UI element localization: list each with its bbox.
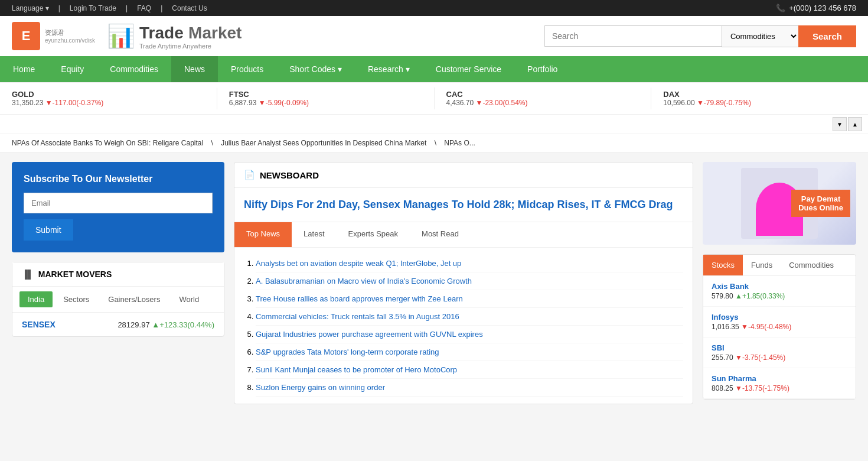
- news-link[interactable]: Suzlon Energy gains on winning order: [256, 383, 385, 392]
- ticker-dax: DAX 10,596.00 ▼-79.89(-0.75%): [651, 87, 868, 109]
- ticker-ftsc: FTSC 6,887.93 ▼-5.99(-0.09%): [217, 87, 435, 109]
- search-button[interactable]: Search: [798, 25, 856, 47]
- phone-display: 📞 +(000) 123 456 678: [776, 4, 856, 12]
- brand-area: 📊 Trade Market Trade Anytime Anywhere: [107, 22, 242, 50]
- news-list-item: Gujarat Industries power purchase agreem…: [256, 326, 683, 343]
- stock-name[interactable]: Axis Bank: [712, 282, 847, 291]
- stock-values: 1,016.35 ▼-4.95(-0.48%): [712, 323, 847, 331]
- news-list-item: Sunil Kant Munjal ceases to be promoter …: [256, 361, 683, 379]
- brand-name: Trade Market: [139, 22, 242, 43]
- header: E 资源君 eyunzhu.com/vdisk 📊 Trade Market T…: [0, 16, 868, 56]
- news-list-item: Analysts bet on aviation despite weak Q1…: [256, 255, 683, 272]
- news-list-item: Suzlon Energy gains on winning order: [256, 379, 683, 397]
- left-sidebar: Subscribe To Our Newsletter Submit ▐▌ MA…: [12, 162, 224, 414]
- top-bar: Language ▾ | Login To Trade | FAQ | Cont…: [0, 0, 868, 16]
- tab-stocks[interactable]: Stocks: [703, 255, 743, 275]
- mover-tab-india[interactable]: India: [19, 291, 53, 307]
- news-list-item: Tree House rallies as board approves mer…: [256, 290, 683, 308]
- logo-text: 资源君: [45, 28, 95, 37]
- document-icon: 📄: [244, 170, 255, 180]
- stock-item: Infosys 1,016.35 ▼-4.95(-0.48%): [703, 307, 856, 337]
- tab-top-news[interactable]: Top News: [234, 222, 292, 247]
- tab-most-read[interactable]: Most Read: [410, 222, 471, 247]
- news-ticker: NPAs Of Associate Banks To Weigh On SBI:…: [0, 134, 868, 152]
- nav-item-home[interactable]: Home: [0, 56, 48, 82]
- brand-icon: 📊: [107, 23, 135, 49]
- email-input[interactable]: [24, 193, 213, 213]
- nav-item-news[interactable]: News: [171, 56, 218, 82]
- banner-ad: Pay Demat Dues Online: [703, 162, 856, 245]
- stocks-tabs: Stocks Funds Commodities: [703, 255, 856, 276]
- search-area: Commodities Equity News Search: [253, 25, 856, 47]
- stock-values: 579.80 ▲+1.85(0.33%): [712, 292, 847, 300]
- stock-item: Axis Bank 579.80 ▲+1.85(0.33%): [703, 276, 856, 307]
- newsboard: 📄 NEWSBOARD Nifty Dips For 2nd Day, Sens…: [234, 162, 693, 404]
- tab-funds[interactable]: Funds: [743, 255, 781, 275]
- stock-name[interactable]: Infosys: [712, 313, 847, 322]
- ad-label: Pay Demat Dues Online: [791, 190, 850, 217]
- stock-values: 808.25 ▼-13.75(-1.75%): [712, 384, 847, 392]
- news-list-item: Commercial vehicles: Truck rentals fall …: [256, 308, 683, 326]
- stock-change: ▼-3.75(-1.45%): [735, 353, 785, 362]
- logo-url: eyunzhu.com/vdisk: [45, 37, 95, 44]
- mover-tab-sectors[interactable]: Sectors: [55, 291, 97, 307]
- stock-values: 255.70 ▼-3.75(-1.45%): [712, 353, 847, 362]
- chart-icon: ▐▌: [22, 270, 34, 279]
- phone-icon: 📞: [776, 4, 785, 12]
- login-link[interactable]: Login To Trade: [70, 4, 116, 12]
- news-list: Analysts bet on aviation despite weak Q1…: [234, 248, 693, 404]
- market-movers-header: ▐▌ MARKET MOVERS: [12, 262, 224, 287]
- news-headline: Nifty Dips For 2nd Day, Sensex Manages T…: [234, 188, 693, 222]
- stock-name[interactable]: SBI: [712, 343, 847, 352]
- scroll-up-btn[interactable]: ▲: [848, 117, 862, 131]
- newsletter-title: Subscribe To Our Newsletter: [24, 174, 213, 184]
- mover-tab-world[interactable]: World: [171, 291, 207, 307]
- tab-experts-speak[interactable]: Experts Speak: [337, 222, 410, 247]
- tagline: Trade Anytime Anywhere: [139, 43, 242, 50]
- news-link[interactable]: Gujarat Industries power purchase agreem…: [256, 330, 483, 339]
- nav: HomeEquityCommoditiesNewsProductsShort C…: [0, 56, 868, 82]
- center-content: 📄 NEWSBOARD Nifty Dips For 2nd Day, Sens…: [234, 162, 693, 414]
- scroll-down-btn[interactable]: ▼: [833, 117, 847, 131]
- news-link[interactable]: Tree House rallies as board approves mer…: [256, 294, 463, 303]
- tab-commodities[interactable]: Commodities: [781, 255, 842, 275]
- nav-item-customer-service[interactable]: Customer Service: [423, 56, 514, 82]
- scroll-controls: ▼ ▲: [0, 115, 868, 134]
- nav-item-portfolio[interactable]: Portfolio: [514, 56, 570, 82]
- nav-item-equity[interactable]: Equity: [48, 56, 97, 82]
- faq-link[interactable]: FAQ: [137, 4, 151, 12]
- mover-tab-gainers[interactable]: Gainers/Losers: [100, 291, 168, 307]
- news-list-item: S&P upgrades Tata Motors' long-term corp…: [256, 343, 683, 361]
- submit-button[interactable]: Submit: [24, 219, 73, 241]
- stock-change: ▼-13.75(-1.75%): [735, 384, 789, 392]
- news-link[interactable]: S&P upgrades Tata Motors' long-term corp…: [256, 348, 439, 356]
- language-dropdown[interactable]: Language ▾: [12, 4, 49, 12]
- stock-item: SBI 255.70 ▼-3.75(-1.45%): [703, 337, 856, 368]
- sensex-label: SENSEX: [22, 320, 56, 329]
- tab-latest[interactable]: Latest: [292, 222, 336, 247]
- newsletter-box: Subscribe To Our Newsletter Submit: [12, 162, 224, 252]
- stock-change: ▼-4.95(-0.48%): [741, 323, 791, 331]
- market-movers: ▐▌ MARKET MOVERS India Sectors Gainers/L…: [12, 262, 224, 337]
- search-category-select[interactable]: Commodities Equity News: [722, 25, 798, 47]
- news-tabs: Top News Latest Experts Speak Most Read: [234, 222, 693, 248]
- sensex-row: SENSEX 28129.97 ▲+123.33(0.44%): [12, 313, 224, 336]
- news-link[interactable]: Sunil Kant Munjal ceases to be promoter …: [256, 365, 457, 374]
- news-link[interactable]: Commercial vehicles: Truck rentals fall …: [256, 312, 459, 321]
- news-link[interactable]: A. Balasubramanian on Macro view of Indi…: [256, 277, 472, 285]
- main-content: Subscribe To Our Newsletter Submit ▐▌ MA…: [0, 152, 868, 423]
- nav-item-research[interactable]: Research ▾: [355, 56, 423, 82]
- logo-box: E: [12, 22, 40, 50]
- nav-item-short-codes[interactable]: Short Codes ▾: [276, 56, 355, 82]
- search-input[interactable]: [544, 25, 722, 47]
- ticker-gold: GOLD 31,350.23 ▼-117.00(-0.37%): [0, 87, 217, 109]
- news-link[interactable]: Analysts bet on aviation despite weak Q1…: [256, 259, 461, 268]
- stock-change: ▲+1.85(0.33%): [735, 292, 785, 300]
- ticker-cac: CAC 4,436.70 ▼-23.00(0.54%): [435, 87, 652, 109]
- sensex-value: 28129.97 ▲+123.33(0.44%): [118, 320, 214, 329]
- nav-item-products[interactable]: Products: [218, 56, 276, 82]
- sensex-change: ▲+123.33(0.44%): [152, 320, 214, 329]
- stock-name[interactable]: Sun Pharma: [712, 374, 847, 383]
- nav-item-commodities[interactable]: Commodities: [97, 56, 171, 82]
- contact-link[interactable]: Contact Us: [172, 4, 207, 12]
